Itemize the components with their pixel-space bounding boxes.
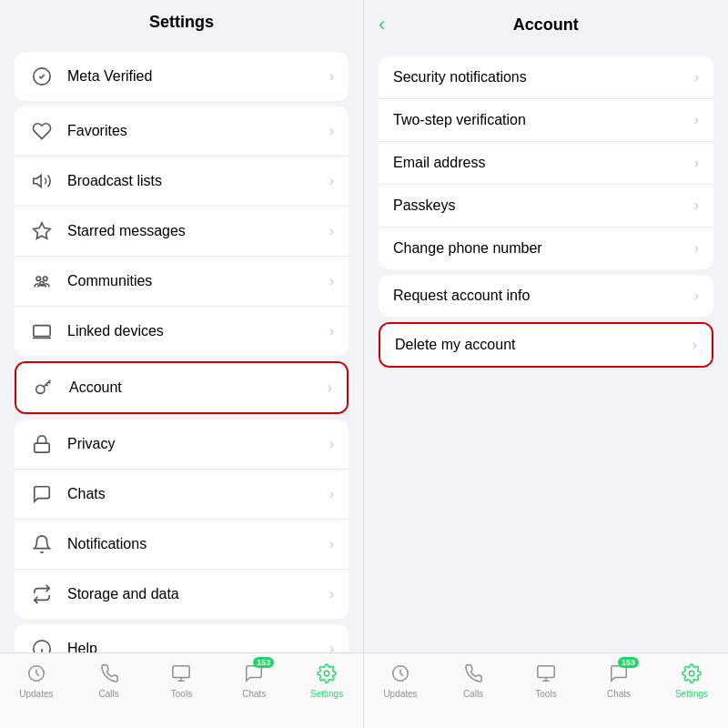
- right-tab-bar: Updates Calls Tools: [364, 652, 728, 728]
- request-info-item[interactable]: Request account info ›: [379, 275, 713, 317]
- tab-calls-right[interactable]: Calls: [437, 661, 510, 699]
- left-panel: Settings Meta Verified ›: [0, 0, 364, 728]
- notifications-label: Notifications: [67, 536, 329, 552]
- notifications-item[interactable]: Notifications ›: [15, 520, 349, 570]
- chevron-icon: ›: [329, 68, 334, 85]
- tab-updates[interactable]: Updates: [0, 661, 73, 699]
- two-step-item[interactable]: Two-step verification ›: [379, 99, 713, 142]
- tab-calls[interactable]: Calls: [73, 661, 146, 699]
- delete-account-item[interactable]: Delete my account ›: [380, 324, 712, 366]
- starred-label: Starred messages: [67, 223, 329, 239]
- communities-item[interactable]: Communities ›: [15, 257, 349, 307]
- chats-tab-icon: 153: [241, 661, 267, 686]
- verified-icon: [29, 64, 55, 89]
- privacy-label: Privacy: [67, 436, 329, 452]
- settings-tab-label-right: Settings: [675, 689, 708, 699]
- chats-tab-label-left: Chats: [242, 689, 266, 699]
- right-header: ‹ Account: [364, 0, 728, 44]
- change-phone-label: Change phone number: [393, 240, 694, 257]
- left-header: Settings: [0, 0, 363, 39]
- social-group: Favorites › Broadcast lists ›: [15, 106, 349, 356]
- account-group: Account ›: [15, 361, 349, 414]
- star-icon: [29, 218, 55, 244]
- calls-tab-label: Calls: [99, 689, 119, 699]
- tab-settings-left[interactable]: Settings: [290, 661, 363, 699]
- meta-group: Meta Verified ›: [15, 52, 349, 101]
- right-title: Account: [392, 15, 713, 35]
- svg-rect-21: [538, 666, 554, 678]
- help-item[interactable]: Help ›: [15, 624, 349, 652]
- passkeys-item[interactable]: Passkeys ›: [379, 185, 713, 228]
- settings-tab-label-left: Settings: [310, 689, 343, 699]
- tab-chats-left[interactable]: 153 Chats: [217, 661, 290, 699]
- storage-item[interactable]: Storage and data ›: [15, 570, 349, 619]
- chats-label: Chats: [67, 486, 329, 502]
- megaphone-icon: [29, 168, 55, 194]
- security-group: Security notifications › Two-step verifi…: [379, 56, 713, 269]
- security-notifications-item[interactable]: Security notifications ›: [379, 56, 713, 99]
- delete-account-label: Delete my account: [395, 337, 693, 353]
- change-phone-item[interactable]: Change phone number ›: [379, 228, 713, 269]
- svg-point-7: [36, 385, 45, 393]
- privacy-item[interactable]: Privacy ›: [15, 420, 349, 470]
- storage-label: Storage and data: [67, 586, 329, 602]
- settings-tab-icon: [314, 661, 339, 686]
- svg-point-4: [43, 277, 47, 281]
- support-group: Help › Invite a contact ›: [15, 624, 349, 652]
- info-icon: [29, 636, 55, 652]
- broadcast-item[interactable]: Broadcast lists ›: [15, 157, 349, 207]
- calls-tab-label-right: Calls: [463, 689, 483, 699]
- request-info-label: Request account info: [393, 288, 694, 304]
- chats-badge-right: 153: [618, 657, 639, 668]
- tools-tab-label-right: Tools: [535, 689, 556, 699]
- tab-tools-right[interactable]: Tools: [510, 661, 582, 699]
- heart-icon: [29, 118, 55, 144]
- lock-icon: [29, 431, 55, 457]
- request-info-group: Request account info ›: [379, 275, 713, 317]
- tools-icon: [168, 661, 194, 686]
- security-notifications-label: Security notifications: [393, 69, 694, 86]
- tools-tab-label: Tools: [171, 689, 192, 699]
- svg-point-3: [36, 277, 41, 281]
- laptop-icon: [29, 318, 55, 344]
- bell-icon: [29, 531, 55, 557]
- communities-icon: [29, 268, 55, 294]
- passkeys-label: Passkeys: [393, 197, 694, 214]
- delete-account-group: Delete my account ›: [379, 322, 713, 368]
- account-content: Security notifications › Two-step verifi…: [364, 44, 728, 652]
- svg-marker-1: [34, 176, 41, 187]
- help-label: Help: [67, 641, 329, 652]
- meta-verified-label: Meta Verified: [67, 68, 329, 85]
- prefs-group: Privacy › Chats › Not: [15, 420, 349, 619]
- tab-settings-right[interactable]: Settings: [655, 661, 728, 699]
- updates-tab-label: Updates: [19, 689, 53, 699]
- storage-icon: [29, 581, 55, 607]
- updates-tab-label-right: Updates: [383, 689, 417, 699]
- svg-rect-8: [35, 443, 50, 452]
- account-item[interactable]: Account ›: [16, 363, 347, 412]
- key-icon: [31, 375, 56, 400]
- right-panel: ‹ Account Security notifications › Two-s…: [364, 0, 728, 728]
- communities-label: Communities: [67, 273, 329, 289]
- starred-item[interactable]: Starred messages ›: [15, 207, 349, 257]
- updates-icon-right: [388, 661, 413, 686]
- back-button[interactable]: ‹: [379, 13, 385, 36]
- linked-devices-item[interactable]: Linked devices ›: [15, 307, 349, 356]
- svg-point-24: [689, 671, 694, 676]
- linked-devices-label: Linked devices: [67, 323, 329, 339]
- two-step-label: Two-step verification: [393, 112, 694, 128]
- meta-verified-item[interactable]: Meta Verified ›: [15, 52, 349, 101]
- svg-marker-2: [34, 223, 50, 238]
- email-item[interactable]: Email address ›: [379, 142, 713, 185]
- tab-updates-right[interactable]: Updates: [364, 661, 437, 699]
- tab-tools[interactable]: Tools: [146, 661, 218, 699]
- tab-chats-right[interactable]: 153 Chats: [582, 661, 655, 699]
- favorites-item[interactable]: Favorites ›: [15, 106, 349, 157]
- svg-point-19: [324, 671, 329, 676]
- svg-rect-16: [173, 666, 189, 678]
- chats-item[interactable]: Chats ›: [15, 470, 349, 520]
- tools-icon-right: [533, 661, 559, 686]
- email-label: Email address: [393, 155, 694, 171]
- chats-badge-left: 153: [253, 657, 274, 668]
- chat-icon: [29, 481, 55, 507]
